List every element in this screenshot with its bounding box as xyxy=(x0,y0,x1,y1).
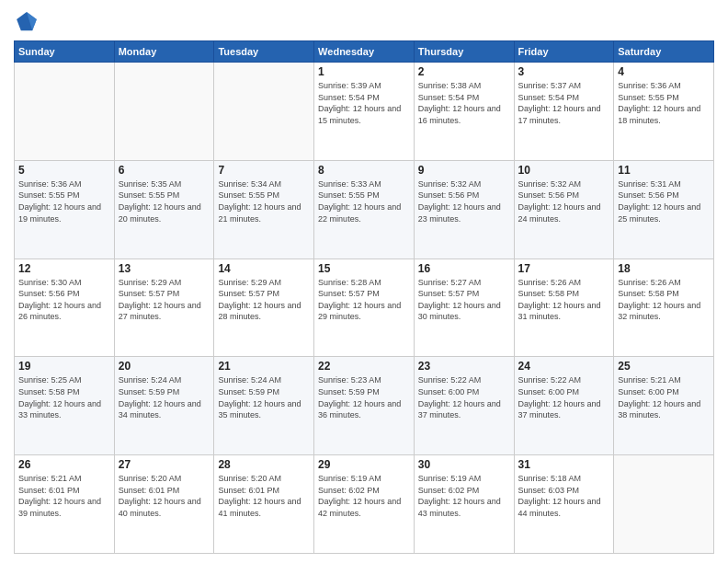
calendar-cell: 16 Sunrise: 5:27 AMSunset: 5:57 PMDaylig… xyxy=(414,259,514,357)
calendar-cell: 25 Sunrise: 5:21 AMSunset: 6:00 PMDaylig… xyxy=(614,357,714,455)
calendar-cell: 5 Sunrise: 5:36 AMSunset: 5:55 PMDayligh… xyxy=(15,160,115,259)
calendar-cell: 30 Sunrise: 5:19 AMSunset: 6:02 PMDaylig… xyxy=(414,455,514,554)
calendar-cell xyxy=(614,455,714,554)
week-row-4: 26 Sunrise: 5:21 AMSunset: 6:01 PMDaylig… xyxy=(15,455,714,554)
calendar-cell: 3 Sunrise: 5:37 AMSunset: 5:54 PMDayligh… xyxy=(514,63,614,161)
day-number: 7 xyxy=(218,164,310,177)
day-number: 13 xyxy=(119,262,210,275)
calendar-cell: 31 Sunrise: 5:18 AMSunset: 6:03 PMDaylig… xyxy=(514,455,614,554)
day-number: 26 xyxy=(18,458,110,471)
calendar-cell: 10 Sunrise: 5:32 AMSunset: 5:56 PMDaylig… xyxy=(514,160,614,259)
calendar-cell: 6 Sunrise: 5:35 AMSunset: 5:55 PMDayligh… xyxy=(114,160,214,259)
weekday-header-friday: Friday xyxy=(514,41,614,63)
day-number: 27 xyxy=(119,458,210,471)
calendar-cell: 7 Sunrise: 5:34 AMSunset: 5:55 PMDayligh… xyxy=(214,160,314,259)
calendar-cell: 4 Sunrise: 5:36 AMSunset: 5:55 PMDayligh… xyxy=(614,63,714,161)
day-number: 30 xyxy=(418,458,510,471)
day-number: 10 xyxy=(518,164,610,177)
day-info: Sunrise: 5:28 AMSunset: 5:57 PMDaylight:… xyxy=(318,277,410,323)
calendar-cell: 15 Sunrise: 5:28 AMSunset: 5:57 PMDaylig… xyxy=(314,259,415,357)
calendar-cell: 2 Sunrise: 5:38 AMSunset: 5:54 PMDayligh… xyxy=(414,63,514,161)
week-row-1: 5 Sunrise: 5:36 AMSunset: 5:55 PMDayligh… xyxy=(15,160,714,259)
day-info: Sunrise: 5:35 AMSunset: 5:55 PMDaylight:… xyxy=(119,178,210,224)
day-info: Sunrise: 5:33 AMSunset: 5:55 PMDaylight:… xyxy=(318,178,410,224)
calendar-cell: 19 Sunrise: 5:25 AMSunset: 5:58 PMDaylig… xyxy=(15,357,115,455)
day-number: 1 xyxy=(318,65,410,78)
day-number: 31 xyxy=(518,458,610,471)
calendar-cell xyxy=(214,63,314,161)
day-info: Sunrise: 5:24 AMSunset: 5:59 PMDaylight:… xyxy=(119,374,210,420)
day-number: 14 xyxy=(218,262,310,275)
day-number: 8 xyxy=(318,164,410,177)
day-number: 2 xyxy=(418,65,510,78)
day-info: Sunrise: 5:22 AMSunset: 6:00 PMDaylight:… xyxy=(518,374,610,420)
day-info: Sunrise: 5:20 AMSunset: 6:01 PMDaylight:… xyxy=(119,473,210,519)
calendar-cell xyxy=(15,63,115,161)
day-number: 9 xyxy=(418,164,510,177)
day-number: 21 xyxy=(218,360,310,373)
day-info: Sunrise: 5:20 AMSunset: 6:01 PMDaylight:… xyxy=(218,473,310,519)
day-info: Sunrise: 5:19 AMSunset: 6:02 PMDaylight:… xyxy=(418,473,510,519)
calendar-cell: 12 Sunrise: 5:30 AMSunset: 5:56 PMDaylig… xyxy=(15,259,115,357)
calendar-cell xyxy=(114,63,214,161)
day-info: Sunrise: 5:21 AMSunset: 6:00 PMDaylight:… xyxy=(618,374,710,420)
calendar-cell: 18 Sunrise: 5:26 AMSunset: 5:58 PMDaylig… xyxy=(614,259,714,357)
day-info: Sunrise: 5:27 AMSunset: 5:57 PMDaylight:… xyxy=(418,277,510,323)
day-number: 29 xyxy=(318,458,410,471)
calendar-table: SundayMondayTuesdayWednesdayThursdayFrid… xyxy=(14,40,714,554)
day-info: Sunrise: 5:29 AMSunset: 5:57 PMDaylight:… xyxy=(119,277,210,323)
day-info: Sunrise: 5:34 AMSunset: 5:55 PMDaylight:… xyxy=(218,178,310,224)
day-number: 3 xyxy=(518,65,610,78)
weekday-header-row: SundayMondayTuesdayWednesdayThursdayFrid… xyxy=(15,41,714,63)
day-info: Sunrise: 5:38 AMSunset: 5:54 PMDaylight:… xyxy=(418,80,510,126)
day-number: 6 xyxy=(119,164,210,177)
calendar-cell: 13 Sunrise: 5:29 AMSunset: 5:57 PMDaylig… xyxy=(114,259,214,357)
day-info: Sunrise: 5:29 AMSunset: 5:57 PMDaylight:… xyxy=(218,277,310,323)
day-info: Sunrise: 5:32 AMSunset: 5:56 PMDaylight:… xyxy=(418,178,510,224)
calendar-cell: 24 Sunrise: 5:22 AMSunset: 6:00 PMDaylig… xyxy=(514,357,614,455)
day-number: 19 xyxy=(18,360,110,373)
day-info: Sunrise: 5:36 AMSunset: 5:55 PMDaylight:… xyxy=(618,80,710,126)
day-number: 15 xyxy=(318,262,410,275)
day-number: 25 xyxy=(618,360,710,373)
calendar-cell: 21 Sunrise: 5:24 AMSunset: 5:59 PMDaylig… xyxy=(214,357,314,455)
calendar-cell: 14 Sunrise: 5:29 AMSunset: 5:57 PMDaylig… xyxy=(214,259,314,357)
day-number: 16 xyxy=(418,262,510,275)
logo-icon xyxy=(14,9,40,35)
day-number: 5 xyxy=(18,164,110,177)
week-row-3: 19 Sunrise: 5:25 AMSunset: 5:58 PMDaylig… xyxy=(15,357,714,455)
day-number: 23 xyxy=(418,360,510,373)
day-number: 4 xyxy=(618,65,710,78)
calendar-cell: 9 Sunrise: 5:32 AMSunset: 5:56 PMDayligh… xyxy=(414,160,514,259)
day-info: Sunrise: 5:21 AMSunset: 6:01 PMDaylight:… xyxy=(18,473,110,519)
day-info: Sunrise: 5:18 AMSunset: 6:03 PMDaylight:… xyxy=(518,473,610,519)
logo xyxy=(14,9,43,35)
day-info: Sunrise: 5:32 AMSunset: 5:56 PMDaylight:… xyxy=(518,178,610,224)
calendar-cell: 26 Sunrise: 5:21 AMSunset: 6:01 PMDaylig… xyxy=(15,455,115,554)
weekday-header-tuesday: Tuesday xyxy=(214,41,314,63)
week-row-2: 12 Sunrise: 5:30 AMSunset: 5:56 PMDaylig… xyxy=(15,259,714,357)
day-info: Sunrise: 5:25 AMSunset: 5:58 PMDaylight:… xyxy=(18,374,110,420)
day-number: 17 xyxy=(518,262,610,275)
calendar-cell: 27 Sunrise: 5:20 AMSunset: 6:01 PMDaylig… xyxy=(114,455,214,554)
day-info: Sunrise: 5:23 AMSunset: 5:59 PMDaylight:… xyxy=(318,374,410,420)
calendar-cell: 8 Sunrise: 5:33 AMSunset: 5:55 PMDayligh… xyxy=(314,160,415,259)
day-number: 11 xyxy=(618,164,710,177)
day-info: Sunrise: 5:36 AMSunset: 5:55 PMDaylight:… xyxy=(18,178,110,224)
day-info: Sunrise: 5:37 AMSunset: 5:54 PMDaylight:… xyxy=(518,80,610,126)
calendar-cell: 22 Sunrise: 5:23 AMSunset: 5:59 PMDaylig… xyxy=(314,357,415,455)
day-info: Sunrise: 5:26 AMSunset: 5:58 PMDaylight:… xyxy=(518,277,610,323)
calendar-cell: 29 Sunrise: 5:19 AMSunset: 6:02 PMDaylig… xyxy=(314,455,415,554)
week-row-0: 1 Sunrise: 5:39 AMSunset: 5:54 PMDayligh… xyxy=(15,63,714,161)
day-number: 12 xyxy=(18,262,110,275)
day-number: 24 xyxy=(518,360,610,373)
day-number: 22 xyxy=(318,360,410,373)
day-number: 28 xyxy=(218,458,310,471)
calendar-cell: 28 Sunrise: 5:20 AMSunset: 6:01 PMDaylig… xyxy=(214,455,314,554)
day-info: Sunrise: 5:24 AMSunset: 5:59 PMDaylight:… xyxy=(218,374,310,420)
day-info: Sunrise: 5:31 AMSunset: 5:56 PMDaylight:… xyxy=(618,178,710,224)
weekday-header-thursday: Thursday xyxy=(414,41,514,63)
day-info: Sunrise: 5:22 AMSunset: 6:00 PMDaylight:… xyxy=(418,374,510,420)
page: SundayMondayTuesdayWednesdayThursdayFrid… xyxy=(0,0,728,563)
day-number: 20 xyxy=(119,360,210,373)
